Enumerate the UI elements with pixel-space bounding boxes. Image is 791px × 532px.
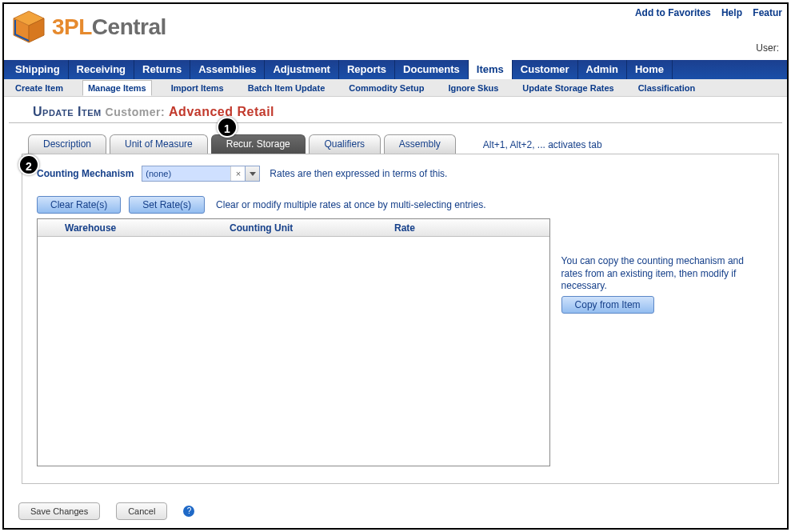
page-title-row: Update Item Customer: Advanced Retail xyxy=(9,97,782,123)
tab-panel: Counting Mechanism × Rates are then expr… xyxy=(22,154,779,484)
submenu-ignore-skus[interactable]: Ignore Skus xyxy=(443,81,503,95)
logo-text-part1: 3PL xyxy=(52,14,92,39)
menu-customer[interactable]: Customer xyxy=(513,60,578,79)
rate-table[interactable]: Warehouse Counting Unit Rate xyxy=(37,218,550,466)
svg-marker-3 xyxy=(250,172,256,176)
submenu-import-items[interactable]: Import Items xyxy=(166,81,229,95)
customer-name: Advanced Retail xyxy=(169,105,274,118)
user-label: User: xyxy=(756,42,779,54)
set-rates-button[interactable]: Set Rate(s) xyxy=(129,196,205,214)
menu-items[interactable]: Items xyxy=(469,60,513,79)
tab-description[interactable]: Description xyxy=(28,134,106,154)
save-changes-button[interactable]: Save Changes xyxy=(18,502,100,520)
app-frame: 3PLCentral Add to Favorites Help Featur … xyxy=(2,2,789,530)
submenu-commodity-setup[interactable]: Commodity Setup xyxy=(344,81,429,95)
tab-assembly[interactable]: Assembly xyxy=(384,134,456,154)
menu-receiving[interactable]: Receiving xyxy=(69,60,134,79)
menu-reports[interactable]: Reports xyxy=(339,60,395,79)
col-warehouse[interactable]: Warehouse xyxy=(65,222,230,234)
combo-clear-icon[interactable]: × xyxy=(230,166,245,181)
header: 3PLCentral Add to Favorites Help Featur … xyxy=(4,4,787,60)
counting-hint: Rates are then expressed in terms of thi… xyxy=(270,168,447,179)
footer-buttons: Save Changes Cancel ? xyxy=(18,502,194,520)
page-title-main: Update Item xyxy=(33,105,102,118)
logo-text-part2: Central xyxy=(92,14,166,39)
main-menu: Shipping Receiving Returns Assemblies Ad… xyxy=(4,60,787,79)
submenu-batch-item-update[interactable]: Batch Item Update xyxy=(243,81,330,95)
counting-mechanism-combo[interactable]: × xyxy=(142,166,260,182)
counting-row: Counting Mechanism × Rates are then expr… xyxy=(37,166,767,182)
submenu-manage-items[interactable]: Manage Items xyxy=(82,80,152,96)
callout-2: 2 xyxy=(18,154,39,175)
help-link[interactable]: Help xyxy=(721,7,742,18)
copy-hint-text: You can copy the counting mechanism and … xyxy=(561,255,767,293)
cancel-button[interactable]: Cancel xyxy=(116,502,167,520)
rate-button-row: Clear Rate(s) Set Rate(s) Clear or modif… xyxy=(37,196,767,214)
menu-assemblies[interactable]: Assemblies xyxy=(190,60,265,79)
tabs-row: Description Unit of Measure Recur. Stora… xyxy=(28,134,787,154)
tab-unit-of-measure[interactable]: Unit of Measure xyxy=(110,134,208,154)
rate-table-header: Warehouse Counting Unit Rate xyxy=(38,219,549,237)
menu-admin[interactable]: Admin xyxy=(578,60,627,79)
counting-mechanism-label: Counting Mechanism xyxy=(37,168,134,179)
menu-home[interactable]: Home xyxy=(627,60,673,79)
sub-menu: Create Item Manage Items Import Items Ba… xyxy=(4,79,787,97)
submenu-update-storage-rates[interactable]: Update Storage Rates xyxy=(517,81,618,95)
menu-shipping[interactable]: Shipping xyxy=(7,60,69,79)
add-to-favorites-link[interactable]: Add to Favorites xyxy=(635,7,711,18)
tabs-hint: Alt+1, Alt+2, ... activates tab xyxy=(483,139,602,154)
combo-dropdown-icon[interactable] xyxy=(245,166,259,181)
col-rate[interactable]: Rate xyxy=(394,222,514,234)
logo-text: 3PLCentral xyxy=(52,14,166,40)
counting-mechanism-input[interactable] xyxy=(142,166,230,181)
rate-buttons-hint: Clear or modify multiple rates at once b… xyxy=(216,199,485,210)
logo: 3PLCentral xyxy=(10,9,166,46)
page-title: Update Item Customer: Advanced Retail xyxy=(33,105,274,118)
clear-rates-button[interactable]: Clear Rate(s) xyxy=(37,196,121,214)
menu-documents[interactable]: Documents xyxy=(395,60,469,79)
col-counting-unit[interactable]: Counting Unit xyxy=(230,222,394,234)
features-link[interactable]: Featur xyxy=(753,7,782,18)
tab-qualifiers[interactable]: Qualifiers xyxy=(309,134,381,154)
top-links: Add to Favorites Help Featur xyxy=(627,7,782,18)
menu-adjustment[interactable]: Adjustment xyxy=(265,60,339,79)
menu-returns[interactable]: Returns xyxy=(134,60,190,79)
table-area: Warehouse Counting Unit Rate You can cop… xyxy=(37,218,767,466)
logo-cube-icon xyxy=(10,9,47,46)
callout-1: 1 xyxy=(217,117,238,138)
customer-label: Customer: xyxy=(106,106,166,118)
submenu-create-item[interactable]: Create Item xyxy=(10,81,68,95)
copy-panel: You can copy the counting mechanism and … xyxy=(561,218,767,466)
copy-from-item-button[interactable]: Copy from Item xyxy=(561,296,654,314)
submenu-classification[interactable]: Classification xyxy=(633,81,701,95)
help-icon[interactable]: ? xyxy=(183,506,194,517)
